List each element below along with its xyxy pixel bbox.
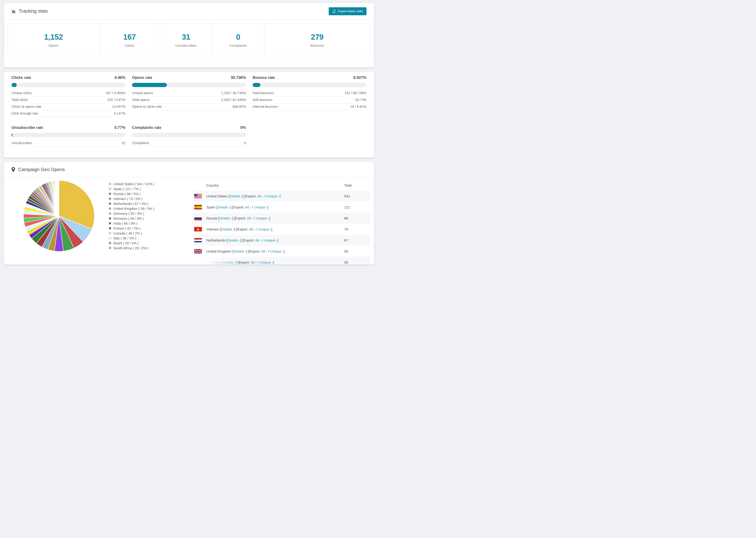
dotted-leader [40,117,112,117]
rate-detail-value: 167 / 4.456% [105,91,125,95]
table-row: Vietnam [Details ›] [Export: All › / Uni… [193,224,370,235]
rate-detail-label: Opens to clicks rate [132,105,162,108]
table-row: Spain [Details ›] [Export: All › / Uniqu… [193,202,370,213]
rate-block: Clicks rate 4.46% Unique clicks 167 / 4.… [12,75,125,118]
stat-cell: 1,152 Opens [8,24,99,56]
country-cell: Germany [Details ›] [Export: All › / Uni… [206,260,344,264]
rate-detail-row: Soft bounces 18 / 0% [253,98,366,105]
details-link[interactable]: Details › [227,238,240,242]
rate-detail-value: 2,303 / 61.446% [221,98,246,102]
legend-label: Russia ( 86 / 5% ) [113,192,140,196]
export-all-link[interactable]: All › [257,194,263,198]
geo-country-table: Country Total United States [Details ›] … [193,180,370,265]
country-flag-icon [194,249,202,253]
rate-detail-value: 31 [122,141,125,145]
details-link[interactable]: Details › [217,205,230,209]
dotted-leader [34,146,120,147]
export-all-link[interactable]: All › [250,260,257,264]
country-cell: Netherlands [Details ›] [Export: All › /… [206,238,344,242]
rate-detail-row: Opens to clicks rate 689.82% [132,105,246,112]
legend-swatch [109,227,111,230]
legend-label: Brazil ( 33 / 2% ) [113,241,138,245]
tracking-stats-card: Tracking stats Export basic stats 1,152 … [4,3,374,68]
export-unique-link[interactable]: Unique › [270,249,284,253]
legend-swatch [109,202,111,205]
legend-item: Italy ( 36 / 2% ) [109,236,154,241]
export-all-link[interactable]: All › [247,216,253,220]
rate-block: Complaints rate 0% Complaints 0 [132,125,246,148]
details-link[interactable]: Details › [233,249,246,253]
export-all-link[interactable]: All › [255,238,261,242]
legend-swatch [109,192,111,195]
stat-cell: 31 Unsubscribes [160,24,212,56]
total-cell: 121 [344,205,370,209]
rate-block: Bounce rate 6.927% Hard bounces 242 / 86… [253,75,366,112]
rate-detail-label: Complaints [132,141,149,145]
stat-value: 1,152 [44,32,63,41]
legend-label: Germany ( 55 / 3% ) [113,212,144,215]
country-flag-icon [194,238,202,242]
stat-value: 0 [236,32,240,41]
rate-detail-label: Total opens [132,98,149,102]
export-unique-link[interactable]: Unique › [266,194,280,198]
dotted-leader [33,96,104,97]
stat-label: Clicks [125,43,134,47]
country-flag-icon [194,216,202,220]
legend-item: Russia ( 86 / 5% ) [109,191,154,196]
legend-label: Italy ( 36 / 2% ) [113,237,136,240]
export-unique-link[interactable]: Unique › [256,216,269,220]
pie-slice [59,181,59,216]
export-all-link[interactable]: All › [245,205,251,209]
table-row: Russia [Details ›] [Export: All › / Uniq… [193,213,370,224]
rate-detail-row: Clicks to opens rate 14.497% [12,105,125,112]
export-all-link[interactable]: All › [261,249,267,253]
export-unique-link[interactable]: Unique › [260,260,273,264]
rate-detail-value: 0 [244,141,246,145]
export-unique-link[interactable]: Unique › [258,227,271,231]
progress-bar-fill [12,83,17,87]
legend-item: United Kingdom ( 59 / 3% ) [109,206,154,211]
details-link[interactable]: Details › [223,260,236,264]
rate-value: 6.927% [353,75,366,80]
rate-detail-value: 19 / 6.81% [350,105,366,108]
export-basic-stats-button[interactable]: Export basic stats [329,7,366,15]
legend-label: United States ( 541 / 31% ) [113,182,154,186]
legend-swatch [109,237,111,240]
export-unique-link[interactable]: Unique › [254,205,267,209]
rate-detail-value: 689.82% [233,105,246,108]
country-flag-icon [194,205,202,209]
total-cell: 55 [344,260,370,264]
country-name: Germany [206,260,221,264]
rate-value: 30.736% [231,75,246,80]
rate-detail-label: Internal bounces [253,105,278,108]
progress-bar [253,83,366,87]
rate-detail-row: Hard bounces 242 / 86.738% [253,91,366,98]
details-link[interactable]: Details › [229,194,242,198]
legend-swatch [109,247,111,249]
details-link[interactable]: Details › [219,216,232,220]
legend-swatch [109,207,111,210]
details-link[interactable]: Details › [221,227,234,231]
legend-label: South Africa ( 29 / 2% ) [113,246,148,250]
geo-opens-pie-chart [23,180,95,252]
rate-detail-row: Internal bounces 19 / 6.81% [253,105,366,112]
legend-item: United States ( 541 / 31% ) [109,182,154,187]
rate-value: 0.77% [115,125,126,130]
legend-label: United Kingdom ( 59 / 3% ) [113,207,154,211]
map-pin-icon [12,167,15,172]
legend-label: Spain ( 121 / 7% ) [113,187,141,191]
export-unique-link[interactable]: Unique › [264,238,278,242]
legend-item: Germany ( 55 / 3% ) [109,211,154,216]
legend-label: Romania ( 49 / 3% ) [113,217,144,220]
progress-bar-fill [253,83,261,87]
rate-title: Unsubscribe rate [12,125,43,130]
rate-title: Opens rate [132,75,152,80]
total-cell: 541 [344,194,370,198]
country-flag-icon [194,194,202,198]
dotted-leader [275,96,343,97]
export-all-link[interactable]: All › [249,227,255,231]
rate-detail-label: Unsubscribes [12,141,32,145]
rate-detail-value: 220 / 5.87% [107,98,125,102]
rate-detail-label: Unique opens [132,91,153,95]
rate-title: Complaints rate [132,125,161,130]
